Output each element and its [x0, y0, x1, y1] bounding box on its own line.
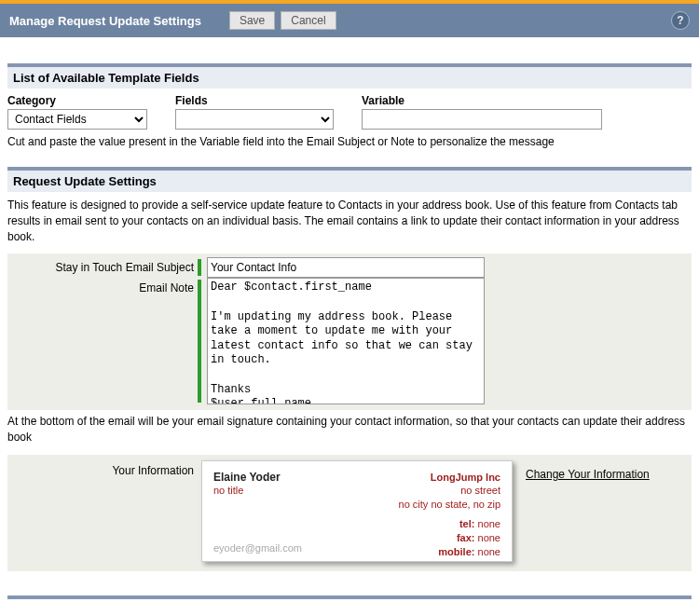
template-fields-row: Category Contact Fields Fields Variable: [7, 94, 692, 130]
page-title: Manage Request Update Settings: [9, 14, 201, 28]
business-card: Elaine Yoder no title LongJump Inc no st…: [201, 460, 513, 562]
card-street: no street: [399, 484, 500, 497]
signature-hint: At the bottom of the email will be your …: [7, 414, 692, 445]
cancel-button[interactable]: Cancel: [281, 11, 336, 30]
help-icon[interactable]: ?: [671, 11, 690, 30]
tel-label: tel:: [459, 518, 475, 529]
mobile-value: none: [478, 546, 500, 557]
subject-input[interactable]: [207, 257, 485, 278]
mobile-label: mobile:: [438, 546, 474, 557]
your-info-panel: Your Information Elaine Yoder no title L…: [7, 455, 692, 571]
tel-value: none: [478, 518, 500, 529]
save-button[interactable]: Save: [229, 11, 275, 30]
card-citystatezip: no city no state, no zip: [399, 498, 500, 511]
fax-label: fax:: [457, 532, 475, 543]
template-fields-heading: List of Available Template Fields: [7, 63, 692, 89]
header-bar: Manage Request Update Settings Save Canc…: [0, 4, 699, 37]
required-indicator: [198, 280, 201, 403]
your-info-label: Your Information: [7, 460, 201, 562]
template-hint: Cut and paste the value present in the V…: [7, 135, 692, 148]
subject-label: Stay in Touch Email Subject: [7, 257, 198, 278]
fields-label: Fields: [175, 94, 334, 107]
note-textarea[interactable]: [207, 278, 485, 404]
fields-select[interactable]: [175, 109, 334, 130]
category-label: Category: [7, 94, 147, 107]
card-company: LongJump Inc: [399, 471, 500, 484]
note-label: Email Note: [7, 278, 198, 298]
request-update-description: This feature is designed to provide a se…: [7, 198, 692, 244]
variable-label: Variable: [362, 94, 602, 107]
request-update-heading: Request Update Settings: [7, 167, 692, 192]
email-form-panel: Stay in Touch Email Subject Email Note: [7, 253, 692, 410]
category-select[interactable]: Contact Fields: [7, 109, 147, 130]
variable-input[interactable]: [362, 109, 602, 130]
change-info-link[interactable]: Change Your Information: [526, 468, 650, 562]
required-indicator: [198, 259, 201, 276]
fax-value: none: [478, 532, 500, 543]
footer-divider: [7, 595, 692, 599]
